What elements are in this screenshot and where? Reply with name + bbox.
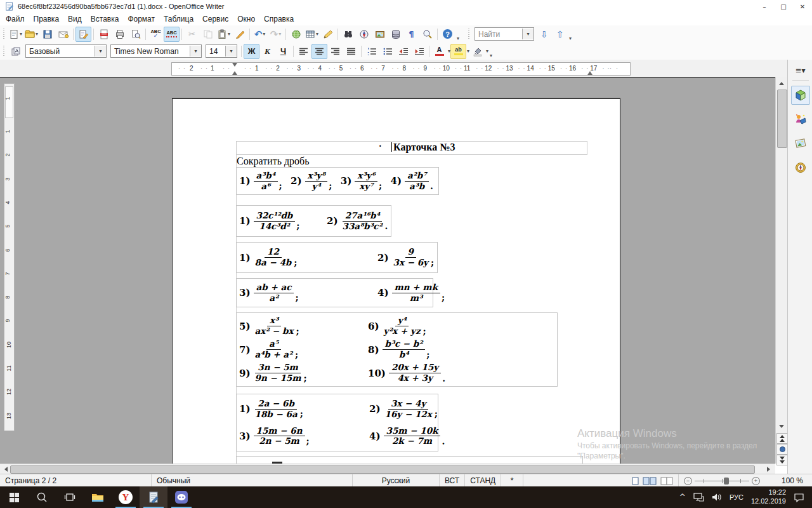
align-center-button[interactable] [311,44,327,59]
combo-dropdown-icon[interactable]: ▾ [95,46,106,57]
navigator-button[interactable] [356,27,372,42]
combo-dropdown-icon[interactable]: ▾ [522,29,534,39]
volume-icon[interactable] [712,493,722,502]
horizontal-scrollbar[interactable] [0,464,775,474]
highlighting-button[interactable]: ab [450,44,466,59]
single-page-view-button[interactable] [632,477,639,485]
scroll-up-button[interactable] [777,79,786,88]
find-next-button[interactable]: ⇩ [536,27,552,42]
vertical-ruler[interactable]: 112345678910111213 [4,83,15,431]
exercise-table-row-5[interactable]: 5)x³ax² − bx;6)y⁴y²x + yz;7)a⁵a⁴b + a²;8… [236,312,558,387]
menu-table[interactable]: Таблица [159,13,198,25]
bold-button[interactable]: Ж [244,44,259,59]
find-toolbar-overflow-button[interactable]: ▾ [569,36,572,41]
status-page-style[interactable]: Обычный [152,474,353,487]
menu-tools[interactable]: Сервис [198,13,233,25]
maximize-button[interactable]: □ [774,0,793,13]
insert-table-button[interactable]: ▾ [304,27,320,42]
zoom-in-button[interactable]: + [752,477,760,485]
export-pdf-button[interactable] [96,27,112,42]
font-name-combobox[interactable]: Times New Roman ▾ [110,44,202,58]
yandex-browser-button[interactable]: Y [112,486,140,508]
copy-button[interactable] [200,27,216,42]
sidebar-navigator-button[interactable] [791,158,810,177]
tray-language-indicator[interactable]: РУС [730,493,743,501]
sidebar-settings-button[interactable]: ≡▾ [795,66,805,75]
dropdown-arrow-icon[interactable]: ▾ [486,48,488,54]
scroll-right-button[interactable] [764,465,773,474]
task-view-button[interactable] [56,486,84,508]
openoffice-writer-button[interactable] [140,486,167,508]
combo-dropdown-icon[interactable]: ▾ [190,46,201,57]
exercise-table-row-4[interactable]: 3)ab + aca²;4)mn + mkm³; [236,278,433,307]
zoom-button[interactable] [419,27,435,42]
cut-button[interactable]: ✂ [184,27,200,42]
file-explorer-button[interactable] [84,486,112,508]
align-right-button[interactable] [327,44,343,59]
print-button[interactable] [112,27,128,42]
action-center-icon[interactable] [794,493,804,502]
exercise-table-row-1[interactable]: 1)a³b⁴a⁶;2)x³y⁸y⁴;3)x³y⁶xy⁷;4)a²b⁷a³b. [236,167,439,195]
close-button[interactable]: ✕ [793,0,812,13]
spellcheck-button[interactable]: ABC ✓ [148,27,164,42]
document-subtitle[interactable]: Сократить дробь [237,156,310,167]
find-replace-button[interactable] [340,27,356,42]
redo-button[interactable]: ↷ ▾ [268,27,284,42]
taskbar-search-button[interactable] [28,486,56,508]
first-line-indent-marker[interactable] [232,63,237,67]
styles-window-button[interactable] [8,44,23,59]
status-language[interactable]: Русский [353,474,440,487]
font-size-combobox[interactable]: 14 ▾ [206,44,237,58]
format-paintbrush-button[interactable] [232,27,247,42]
zoom-slider-thumb[interactable] [724,478,729,485]
justify-button[interactable] [343,44,359,59]
book-view-button[interactable] [660,477,673,485]
start-button[interactable] [0,486,28,508]
data-sources-button[interactable] [388,27,403,42]
new-document-button[interactable]: ▾ [8,27,23,42]
exercise-table-row-6[interactable]: 1)2a − 6b18b − 6a;2)3x − 4y16y − 12x;3)1… [236,394,438,451]
undo-button[interactable]: ↶ ▾ [252,27,268,42]
hyperlink-button[interactable] [288,27,304,42]
align-left-button[interactable] [296,44,311,59]
status-page-number[interactable]: Страница 2 / 2 [0,474,152,487]
menu-insert[interactable]: Вставка [86,13,124,25]
increase-indent-button[interactable] [411,44,427,59]
font-color-button[interactable]: А [431,44,447,59]
background-color-button[interactable] [469,44,485,59]
vertical-scrollbar-thumb[interactable] [777,90,787,148]
multi-page-view-button[interactable] [643,477,657,485]
paragraph-style-combobox[interactable]: Базовый ▾ [25,44,107,58]
italic-button[interactable]: К [259,44,275,59]
document-title[interactable]: Карточка №3 [393,142,455,153]
toolbar-overflow-button[interactable]: ▾ [490,53,492,58]
vertical-scrollbar[interactable] [775,77,788,464]
zoom-percentage[interactable]: 100 % [765,474,812,487]
document-page[interactable]: · Карточка №3 Сократить дробь 1)a³b⁴a⁶;2… [172,98,620,465]
autospellcheck-button[interactable]: ABC [164,27,180,42]
paste-button[interactable]: ▾ [216,27,232,42]
network-icon[interactable] [693,493,704,502]
bullet-list-button[interactable] [379,44,395,59]
find-combobox[interactable]: Найти ▾ [475,27,534,41]
scroll-left-button[interactable] [1,465,10,474]
horizontal-ruler-band[interactable]: 211234567891011121314151617·············… [171,62,631,76]
scroll-down-button[interactable] [777,422,786,431]
previous-page-button[interactable] [776,433,788,444]
menu-view[interactable]: Вид [63,13,86,25]
sidebar-styles-button[interactable] [791,110,810,129]
sidebar-properties-button[interactable] [791,86,810,105]
tray-clock[interactable]: 19:22 12.02.2019 [751,488,786,506]
menu-file[interactable]: Файл [1,13,29,25]
zoom-slider[interactable]: − + [679,474,765,487]
edit-file-button[interactable] [75,27,91,42]
minimize-button[interactable]: – [755,0,774,13]
zoom-out-button[interactable]: − [684,477,692,485]
toolbar-grip[interactable] [2,29,6,40]
help-button[interactable]: ? [440,27,455,42]
toolbar-grip[interactable] [2,46,6,57]
gallery-button[interactable] [372,27,388,42]
status-selection-mode[interactable]: СТАНД [465,474,501,487]
open-button[interactable]: ▾ [23,27,39,42]
decrease-indent-button[interactable] [395,44,411,59]
